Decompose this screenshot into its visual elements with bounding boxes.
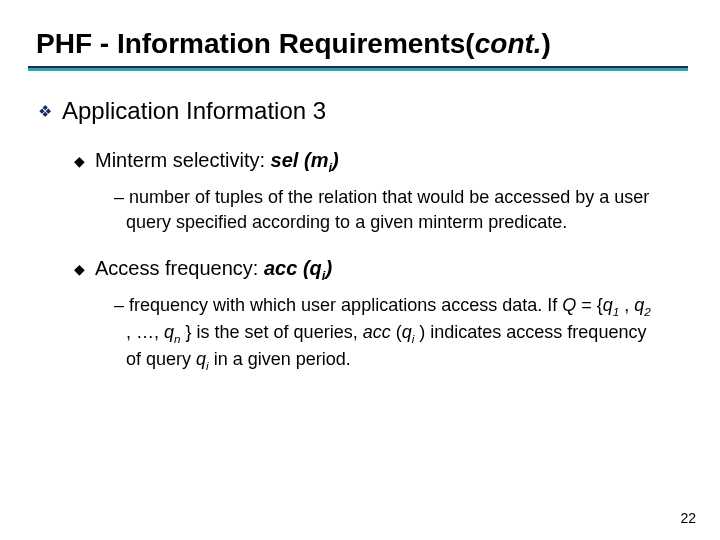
bullet-lvl1: ❖ Application Information 3	[38, 97, 684, 127]
title-cont: cont.	[475, 28, 542, 59]
item1-desc: – number of tuples of the relation that …	[114, 185, 654, 235]
item1-pc: )	[332, 149, 339, 171]
slide-title: PHF - Information Requirements(cont.)	[36, 28, 684, 60]
item2-desc: – frequency with which user applications…	[114, 293, 654, 374]
title-main: PHF - Information Requirements(	[36, 28, 475, 59]
page-number: 22	[680, 510, 696, 526]
item2-pre: Access frequency:	[95, 257, 264, 279]
q2v: q	[634, 295, 644, 315]
item1-desc-text: number of tuples of the relation that wo…	[126, 187, 649, 232]
item1-po: (	[298, 149, 310, 171]
d1: frequency with which user applications a…	[129, 295, 562, 315]
bullet-lvl2-item2: ◆ Access frequency: acc (qi)	[74, 257, 684, 283]
item2-var: q	[310, 257, 322, 279]
title-tail: )	[542, 28, 551, 59]
qlv: q	[196, 349, 206, 369]
diamond-bullet-icon: ❖	[38, 97, 52, 127]
c3: } is the set of queries,	[181, 322, 363, 342]
c2: , …,	[126, 322, 164, 342]
q2s: 2	[644, 305, 651, 318]
acc2: acc	[363, 322, 391, 342]
tail: in a given period.	[209, 349, 351, 369]
item2-po: (	[297, 257, 309, 279]
square-bullet-icon: ◆	[74, 257, 85, 283]
title-rule	[28, 66, 688, 71]
slide: PHF - Information Requirements(cont.) ❖ …	[0, 0, 720, 374]
item2-label: Access frequency: acc (qi)	[95, 257, 332, 283]
qnv: q	[164, 322, 174, 342]
item1-pre: Minterm selectivity:	[95, 149, 271, 171]
square-bullet-icon: ◆	[74, 149, 85, 175]
c1: ,	[619, 295, 634, 315]
qiv: q	[402, 322, 412, 342]
lvl1-text: Application Information 3	[62, 97, 326, 127]
item1-sel: sel	[271, 149, 299, 171]
item2-acc: acc	[264, 257, 297, 279]
dash-icon: –	[114, 187, 129, 207]
item1-label: Minterm selectivity: sel (mi)	[95, 149, 339, 175]
q1v: q	[603, 295, 613, 315]
dash-icon: –	[114, 295, 129, 315]
item2-pc: )	[325, 257, 332, 279]
bullet-lvl2-item1: ◆ Minterm selectivity: sel (mi)	[74, 149, 684, 175]
eq: = {	[576, 295, 603, 315]
po2: (	[391, 322, 402, 342]
Q: Q	[562, 295, 576, 315]
item1-var: m	[311, 149, 329, 171]
